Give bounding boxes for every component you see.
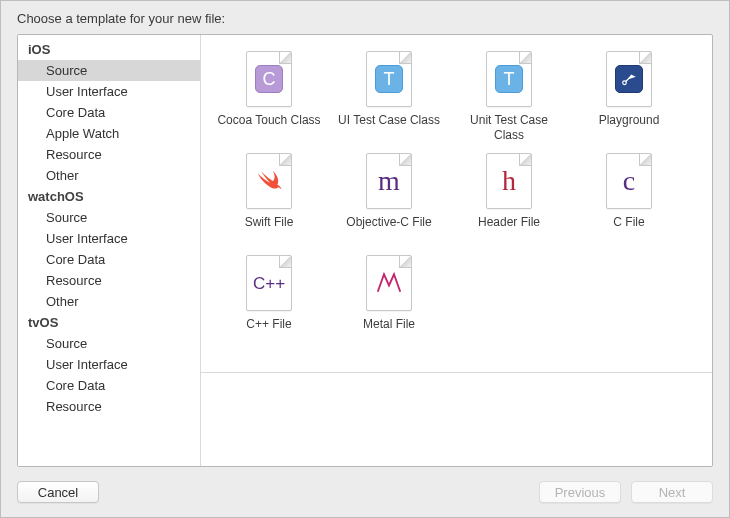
category-sidebar: iOSSourceUser InterfaceCore DataApple Wa…	[18, 35, 201, 466]
file-type-icon: c	[623, 167, 635, 195]
template-item-metal-file[interactable]: Metal File	[329, 255, 449, 351]
template-label: Playground	[599, 113, 660, 128]
template-label: Objective-C File	[346, 215, 431, 230]
sidebar-item[interactable]: Apple Watch	[18, 123, 200, 144]
sidebar-item[interactable]: Source	[18, 207, 200, 228]
file-type-icon: T	[495, 65, 523, 93]
sidebar-item[interactable]: Core Data	[18, 375, 200, 396]
template-item-header-file[interactable]: h Header File	[449, 153, 569, 249]
sidebar-item[interactable]: User Interface	[18, 81, 200, 102]
file-type-icon: h	[502, 167, 516, 195]
sidebar-item[interactable]: Other	[18, 291, 200, 312]
page-fold-icon	[399, 154, 411, 166]
playground-icon	[615, 65, 643, 93]
template-item-playground[interactable]: Playground	[569, 51, 689, 147]
template-label: C++ File	[246, 317, 291, 332]
template-item-cpp-file[interactable]: C++ C++ File	[209, 255, 329, 351]
file-icon: T	[486, 51, 532, 107]
template-item-cocoa-touch-class[interactable]: C Cocoa Touch Class	[209, 51, 329, 147]
page-fold-icon	[279, 52, 291, 64]
sidebar-item[interactable]: Resource	[18, 396, 200, 417]
file-type-icon: T	[375, 65, 403, 93]
template-label: UI Test Case Class	[338, 113, 440, 128]
dialog-title: Choose a template for your new file:	[1, 1, 729, 34]
template-label: Metal File	[363, 317, 415, 332]
sidebar-group-header[interactable]: iOS	[18, 39, 200, 60]
sidebar-item[interactable]: Source	[18, 333, 200, 354]
file-icon: h	[486, 153, 532, 209]
new-file-dialog: Choose a template for your new file: iOS…	[1, 1, 729, 517]
page-fold-icon	[519, 52, 531, 64]
template-item-ui-test-case-class[interactable]: T UI Test Case Class	[329, 51, 449, 147]
page-fold-icon	[639, 52, 651, 64]
template-item-c-file[interactable]: c C File	[569, 153, 689, 249]
template-description-panel	[201, 372, 712, 466]
page-fold-icon	[279, 256, 291, 268]
file-icon: C	[246, 51, 292, 107]
file-type-icon: m	[378, 167, 400, 195]
template-item-unit-test-case-class[interactable]: T Unit Test Case Class	[449, 51, 569, 147]
template-grid: C Cocoa Touch Class T UI Test Case Class…	[201, 35, 712, 372]
dialog-footer: Cancel Previous Next	[1, 467, 729, 517]
file-icon	[246, 153, 292, 209]
previous-button[interactable]: Previous	[539, 481, 621, 503]
sidebar-item[interactable]: User Interface	[18, 354, 200, 375]
template-label: Cocoa Touch Class	[217, 113, 320, 128]
file-type-icon: C	[255, 65, 283, 93]
sidebar-item[interactable]: Core Data	[18, 249, 200, 270]
cancel-button[interactable]: Cancel	[17, 481, 99, 503]
template-item-objective-c-file[interactable]: m Objective-C File	[329, 153, 449, 249]
template-item-swift-file[interactable]: Swift File	[209, 153, 329, 249]
template-label: Swift File	[245, 215, 294, 230]
sidebar-group-header[interactable]: tvOS	[18, 312, 200, 333]
sidebar-item[interactable]: Resource	[18, 270, 200, 291]
file-type-icon: C++	[253, 275, 285, 292]
page-fold-icon	[519, 154, 531, 166]
sidebar-group-header[interactable]: watchOS	[18, 186, 200, 207]
sidebar-item[interactable]: User Interface	[18, 228, 200, 249]
content-area: iOSSourceUser InterfaceCore DataApple Wa…	[17, 34, 713, 467]
page-fold-icon	[639, 154, 651, 166]
template-detail: C Cocoa Touch Class T UI Test Case Class…	[201, 35, 712, 466]
page-fold-icon	[279, 154, 291, 166]
sidebar-item[interactable]: Source	[18, 60, 200, 81]
template-label: C File	[613, 215, 644, 230]
file-icon: T	[366, 51, 412, 107]
swift-icon	[254, 166, 284, 196]
file-icon: c	[606, 153, 652, 209]
file-icon: C++	[246, 255, 292, 311]
file-icon	[606, 51, 652, 107]
sidebar-item[interactable]: Resource	[18, 144, 200, 165]
template-label: Unit Test Case Class	[454, 113, 564, 143]
sidebar-item[interactable]: Other	[18, 165, 200, 186]
page-fold-icon	[399, 256, 411, 268]
file-icon: m	[366, 153, 412, 209]
file-icon	[366, 255, 412, 311]
metal-icon	[374, 268, 404, 298]
next-button[interactable]: Next	[631, 481, 713, 503]
sidebar-item[interactable]: Core Data	[18, 102, 200, 123]
template-label: Header File	[478, 215, 540, 230]
page-fold-icon	[399, 52, 411, 64]
